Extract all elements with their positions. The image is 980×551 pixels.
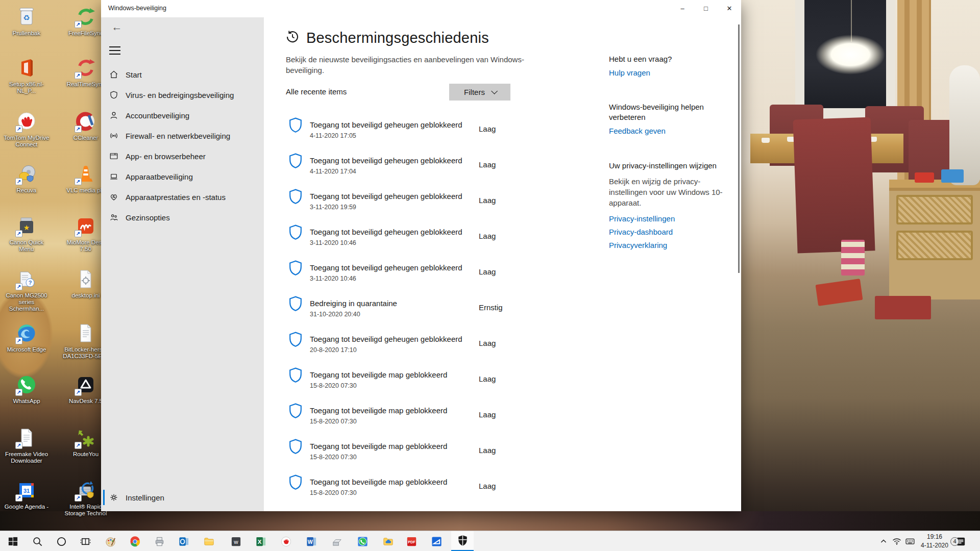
- taskbar-tomtom-button[interactable]: [275, 531, 297, 551]
- tray-keyboard-button[interactable]: [902, 531, 918, 551]
- desktop-icon-label: Setup.x86.nl-NL_P...: [3, 81, 51, 94]
- sidebar-item-label: Accountbeveiliging: [126, 111, 189, 120]
- history-row[interactable]: Toegang tot beveiligde map geblokkeerd15…: [286, 366, 526, 398]
- history-row[interactable]: Toegang tot beveiligde map geblokkeerd15…: [286, 473, 526, 505]
- taskbar-word-legacy-button[interactable]: w: [225, 531, 247, 551]
- desktop-icon-label: Canon Quick Menu: [3, 239, 51, 253]
- feedback-link[interactable]: Feedback geven: [609, 127, 666, 135]
- windows-security-icon: [457, 535, 469, 546]
- task-view-icon: [80, 536, 91, 547]
- filters-label: Filters: [464, 88, 485, 96]
- canon-mg-icon: ?↗: [15, 267, 38, 291]
- shield-icon: [109, 90, 118, 99]
- sidebar-item-start[interactable]: Start: [101, 64, 264, 85]
- menu-icon[interactable]: [109, 46, 120, 55]
- tomtom-icon: ↗: [15, 110, 38, 133]
- desktop-icon-label: Microsoft Edge: [3, 346, 51, 353]
- taskbar-outlook-button[interactable]: [173, 531, 195, 551]
- sidebar-item-label: Apparaatprestaties en -status: [126, 193, 226, 202]
- filters-button[interactable]: Filters: [449, 84, 510, 101]
- privacy-dashboard-link[interactable]: Privacy-dashboard: [609, 228, 673, 236]
- shield-icon: [289, 474, 302, 490]
- history-row[interactable]: Toegang tot beveiligd geheugen geblokkee…: [286, 116, 526, 148]
- sidebar-item-firewall-en-netwerkbeveiliging[interactable]: Firewall- en netwerkbeveiliging: [101, 126, 264, 146]
- taskbar-scanner-button[interactable]: [326, 531, 348, 551]
- taskbar-pdf-button[interactable]: PDF: [400, 531, 423, 551]
- history-row[interactable]: Toegang tot beveiligd geheugen geblokkee…: [286, 259, 526, 291]
- taskbar-word-button[interactable]: W: [300, 531, 323, 551]
- sidebar-item-apparaatbeveiliging[interactable]: Apparaatbeveiliging: [101, 166, 264, 187]
- history-row[interactable]: Toegang tot beveiligd geheugen geblokkee…: [286, 188, 526, 219]
- taskbar-search-button[interactable]: [26, 531, 48, 551]
- fax-printer-icon: [154, 536, 165, 547]
- taskbar-file-explorer-button[interactable]: [198, 531, 220, 551]
- taskbar-paint-button[interactable]: [99, 531, 121, 551]
- taskbar-chrome-button[interactable]: [124, 531, 146, 551]
- history-date: 4-11-2020 17:05: [310, 132, 356, 139]
- desktop-icon-recuva[interactable]: ↗Recuva: [3, 162, 51, 194]
- notification-center-button[interactable]: 4: [950, 531, 971, 551]
- history-row[interactable]: Toegang tot beveiligde map geblokkeerd15…: [286, 438, 526, 469]
- desktop-icon-tomtom-mydrive-connect[interactable]: ↗TomTom MyDrive Connect: [3, 110, 51, 148]
- sidebar-item-virus-en-bedreigingsbeveiliging[interactable]: Virus- en bedreigingsbeveiliging: [101, 85, 264, 105]
- svg-text:w: w: [233, 538, 238, 544]
- svg-text:★: ★: [23, 223, 30, 232]
- onedrive-folder-icon: [382, 536, 394, 547]
- scrollbar-thumb[interactable]: [738, 24, 740, 273]
- wallpaper-statue: [949, 65, 980, 185]
- desktop-icon-google-agenda[interactable]: 31↗Google Agenda -: [3, 479, 51, 510]
- history-title: Toegang tot beveiligd geheugen geblokkee…: [310, 156, 462, 165]
- taskbar-cortana-button[interactable]: [50, 531, 72, 551]
- svg-text:31: 31: [23, 488, 30, 494]
- wallpaper-cup: [762, 138, 770, 143]
- sidebar-item-instellingen[interactable]: Instellingen: [101, 487, 264, 508]
- desktop-icon-freemake-video-downloader[interactable]: ↗Freemake Video Downloader: [3, 426, 51, 464]
- history-title: Bedreiging in quarantaine: [310, 299, 397, 308]
- sync-red-icon: ↗: [74, 56, 97, 80]
- close-button[interactable]: ✕: [718, 0, 741, 17]
- sidebar-item-app-en-browserbeheer[interactable]: App- en browserbeheer: [101, 146, 264, 166]
- sync-green-icon: ↗: [74, 5, 97, 29]
- minimize-button[interactable]: –: [671, 0, 694, 17]
- taskbar-onedrive-folder-button[interactable]: [377, 531, 399, 551]
- taskbar-fax-printer-button[interactable]: [148, 531, 170, 551]
- shortcut-arrow-icon: ↗: [75, 21, 82, 28]
- wallpaper-present: [841, 240, 865, 276]
- sidebar-item-apparaatprestaties-en-status[interactable]: Apparaatprestaties en -status: [101, 187, 264, 207]
- desktop-icon-whatsapp[interactable]: ↗WhatsApp: [3, 373, 51, 405]
- maximize-button[interactable]: □: [694, 0, 718, 17]
- sidebar-item-gezinsopties[interactable]: Gezinsopties: [101, 207, 264, 228]
- titlebar[interactable]: Windows-beveiliging – □ ✕: [101, 0, 741, 17]
- desktop-icon-canon-mg2500-series-schermhan[interactable]: ?↗Canon MG2500 series Schermhan...: [3, 267, 51, 312]
- desktop-icon-label: TomTom MyDrive Connect: [3, 135, 51, 148]
- get-help-link[interactable]: Hulp vragen: [609, 68, 650, 77]
- file-explorer-icon: [203, 536, 215, 547]
- sidebar-item-label: Virus- en bedreigingsbeveiliging: [126, 91, 234, 99]
- history-row[interactable]: Toegang tot beveiligde map geblokkeerd15…: [286, 402, 526, 434]
- history-severity: Laag: [479, 482, 496, 490]
- history-row[interactable]: Toegang tot beveiligd geheugen geblokkee…: [286, 223, 526, 255]
- recycle-bin-icon: ♻: [15, 5, 38, 29]
- history-row[interactable]: Toegang tot beveiligd geheugen geblokkee…: [286, 152, 526, 184]
- privacy-statement-link[interactable]: Privacyverklaring: [609, 241, 667, 249]
- desktop-icon-microsoft-edge[interactable]: ↗Microsoft Edge: [3, 321, 51, 353]
- history-row[interactable]: Bedreiging in quarantaine31-10-2020 20:4…: [286, 295, 526, 327]
- wallpaper-lamp-glow: [816, 35, 885, 74]
- taskbar-whatsapp-button[interactable]: [351, 531, 374, 551]
- shortcut-arrow-icon: ↗: [15, 389, 22, 396]
- privacy-settings-link[interactable]: Privacy-instellingen: [609, 214, 675, 223]
- sidebar-item-accountbeveiliging[interactable]: Accountbeveiliging: [101, 105, 264, 126]
- wallpaper-present: [941, 169, 964, 183]
- back-button[interactable]: ←: [109, 19, 125, 35]
- desktop-icon-prullenbak[interactable]: ♻Prullenbak: [3, 5, 51, 37]
- taskbar-task-view-button[interactable]: [74, 531, 96, 551]
- shortcut-arrow-icon: ↗: [15, 126, 22, 133]
- history-row[interactable]: Toegang tot beveiligd geheugen geblokkee…: [286, 331, 526, 362]
- taskbar-clock[interactable]: 19:16 4-11-2020: [917, 533, 952, 550]
- taskbar-scan-app-button[interactable]: [425, 531, 448, 551]
- desktop-icon-setup-x86-nl-nl-p[interactable]: Setup.x86.nl-NL_P...: [3, 56, 51, 94]
- taskbar-windows-security-button[interactable]: [451, 531, 474, 551]
- start-button[interactable]: [2, 531, 24, 551]
- taskbar-excel-button[interactable]: X: [250, 531, 272, 551]
- desktop-icon-canon-quick-menu[interactable]: ★↗Canon Quick Menu: [3, 214, 51, 253]
